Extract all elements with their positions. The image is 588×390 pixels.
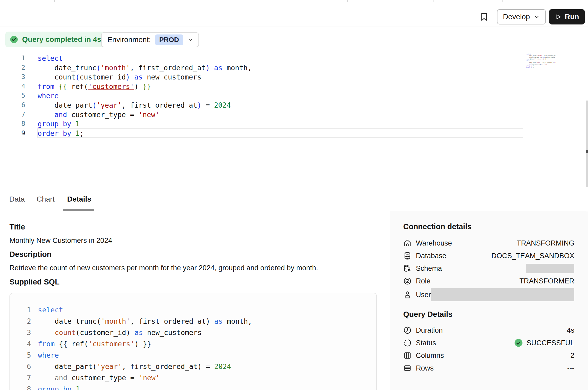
- duration-row: Duration 4s: [403, 324, 574, 337]
- title-heading: Title: [9, 223, 25, 231]
- status-spinner-icon: [403, 339, 412, 347]
- status-label: Status: [416, 339, 436, 347]
- tab-separator: [54, 0, 55, 2]
- user-label: User: [416, 291, 431, 299]
- status-value: SUCCESSFUL: [526, 339, 574, 347]
- editor-code-lines: 1select2 date_trunc('month', first_order…: [0, 53, 523, 138]
- duration-value: 4s: [567, 326, 574, 334]
- warehouse-icon: [403, 239, 412, 247]
- environment-value-chip: PROD: [155, 34, 183, 45]
- details-side-panel: Connection details Warehouse TRANSFORMIN…: [390, 211, 588, 390]
- tab-data[interactable]: Data: [9, 187, 25, 211]
- tab-separator: [262, 0, 262, 2]
- results-tabbar: Data Chart Details: [0, 187, 588, 211]
- active-tab-indicator: [63, 209, 94, 211]
- chevron-down-icon: [534, 14, 540, 20]
- environment-select[interactable]: Environment: PROD: [101, 32, 199, 47]
- database-row: Database DOCS_TEAM_SANDBOX: [403, 249, 574, 262]
- user-value-redacted: [431, 288, 574, 301]
- description-value: Retrieve the count of new customers per …: [9, 264, 318, 272]
- sql-editor[interactable]: 1select2 date_trunc('month', first_order…: [0, 50, 588, 187]
- tab-separator: [433, 0, 433, 2]
- columns-row: Columns 2: [403, 349, 574, 362]
- warehouse-label: Warehouse: [416, 239, 452, 247]
- environment-label: Environment:: [107, 36, 151, 44]
- schema-icon: [403, 264, 412, 273]
- columns-icon: [403, 351, 412, 360]
- editor-scrollbar-thumb[interactable]: [586, 150, 588, 153]
- tab-chart-label: Chart: [37, 195, 54, 203]
- database-value: DOCS_TEAM_SANDBOX: [491, 252, 574, 260]
- title-value: Monthly New Customers in 2024: [9, 237, 112, 245]
- schema-row: Schema: [403, 262, 574, 275]
- database-label: Database: [416, 252, 446, 260]
- tab-details-label: Details: [67, 195, 91, 203]
- supplied-sql-heading: Supplied SQL: [9, 278, 59, 286]
- role-row: Role TRANSFORMER: [403, 275, 574, 287]
- description-heading: Description: [9, 250, 52, 259]
- connection-details-heading: Connection details: [403, 222, 574, 231]
- user-row: User: [403, 287, 574, 302]
- user-icon: [403, 291, 412, 299]
- success-check-icon: [514, 338, 523, 348]
- query-status-text: Query completed in 4s: [22, 35, 101, 44]
- bookmark-icon[interactable]: [479, 11, 489, 22]
- tab-separator: [502, 0, 503, 2]
- editor-tabbar-sliver: [0, 0, 588, 2]
- tab-details[interactable]: Details: [67, 187, 91, 211]
- app-window: Develop Run Query completed in 4s Enviro…: [0, 0, 588, 390]
- check-circle-icon: [9, 35, 18, 44]
- header-bar: Develop Run: [0, 3, 588, 27]
- supplied-sql-card: 1select2 date_trunc('month', first_order…: [9, 293, 377, 390]
- tab-chart[interactable]: Chart: [37, 187, 54, 211]
- duration-label: Duration: [416, 326, 443, 334]
- columns-label: Columns: [416, 352, 444, 360]
- rows-icon: [403, 364, 412, 372]
- columns-value: 2: [570, 352, 574, 360]
- rows-value: ---: [567, 364, 574, 372]
- role-icon: [403, 277, 412, 285]
- status-badge: SUCCESSFUL: [514, 338, 574, 348]
- tab-separator: [139, 0, 139, 2]
- duration-icon: [403, 326, 412, 334]
- role-label: Role: [416, 277, 431, 285]
- play-icon: [555, 13, 562, 20]
- develop-button-label: Develop: [503, 13, 530, 21]
- rows-row: Rows ---: [403, 362, 574, 374]
- warehouse-row: Warehouse TRANSFORMING: [403, 237, 574, 249]
- tab-data-label: Data: [9, 195, 25, 203]
- query-details-heading: Query Details: [403, 310, 574, 319]
- develop-button[interactable]: Develop: [497, 9, 546, 24]
- database-icon: [403, 252, 412, 260]
- role-value: TRANSFORMER: [520, 277, 575, 285]
- schema-label: Schema: [416, 264, 442, 273]
- run-button-label: Run: [565, 13, 579, 21]
- rows-label: Rows: [416, 364, 434, 372]
- editor-minimap[interactable]: 1select2 date_trunc('month', first_order…: [526, 53, 556, 78]
- run-button[interactable]: Run: [549, 9, 585, 24]
- chevron-down-icon: [187, 37, 193, 43]
- warehouse-value: TRANSFORMING: [517, 239, 574, 247]
- query-status-pill: Query completed in 4s: [5, 32, 107, 47]
- tab-separator: [347, 0, 348, 2]
- status-row: Status SUCCESSFUL: [403, 337, 574, 349]
- schema-value-redacted: [526, 264, 574, 273]
